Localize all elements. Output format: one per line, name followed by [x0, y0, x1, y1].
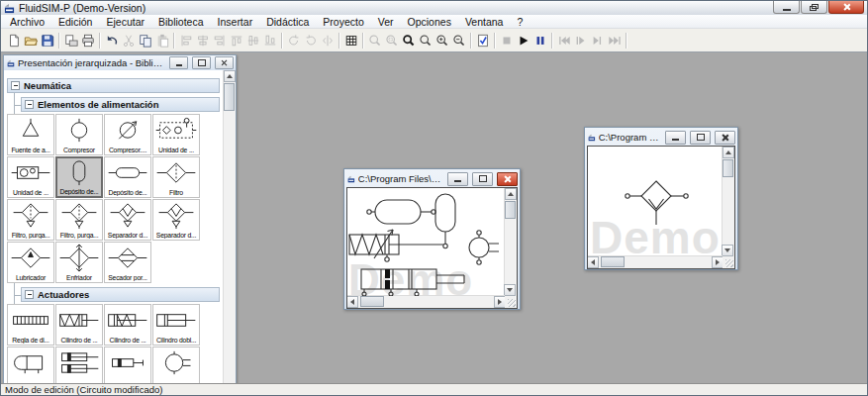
- circuit1-minimize-button[interactable]: [447, 172, 468, 186]
- next-topic-button[interactable]: [606, 31, 623, 50]
- zoom-previous-button[interactable]: [366, 31, 383, 50]
- circuit2-canvas[interactable]: Demo: [587, 146, 735, 269]
- align-bottom-button[interactable]: [261, 31, 278, 50]
- component-fuente-de-a[interactable]: Fuente de a...: [7, 114, 54, 155]
- section-actuadores[interactable]: Actuadores: [21, 287, 220, 302]
- component-compresor[interactable]: Compresor: [55, 114, 103, 155]
- collapse-icon[interactable]: [25, 100, 34, 109]
- circuit1-titlebar[interactable]: C:\Program Files\Didacti...: [346, 171, 518, 187]
- align-center-button[interactable]: [194, 31, 211, 50]
- circuit2-hscrollbar[interactable]: [588, 255, 723, 268]
- menu-archivo[interactable]: Archivo: [3, 16, 51, 28]
- pause-button[interactable]: [531, 31, 548, 50]
- zoom-rect-button[interactable]: [383, 31, 400, 50]
- menu-insertar[interactable]: Insertar: [211, 16, 260, 28]
- align-right-button[interactable]: [211, 31, 228, 50]
- menu-help[interactable]: ?: [510, 16, 530, 28]
- component-motor-neumatico[interactable]: [152, 346, 200, 384]
- circuit2-minimize-button[interactable]: [665, 131, 686, 145]
- component-cilindro-de[interactable]: Cilindro de ...: [55, 304, 103, 346]
- save-button[interactable]: [39, 31, 55, 50]
- circuit1-vscrollbar[interactable]: [504, 188, 517, 296]
- component-compresor[interactable]: Compresor....: [104, 114, 151, 155]
- play-button[interactable]: [515, 31, 531, 50]
- grid-button[interactable]: [342, 31, 359, 50]
- library-titlebar[interactable]: Presentación jerarquizada - Biblioteca d…: [4, 55, 236, 70]
- scroll-down-button[interactable]: [504, 284, 516, 296]
- scroll-left-button[interactable]: [346, 296, 358, 308]
- align-top-button[interactable]: [228, 31, 244, 50]
- circuit1-maximize-button[interactable]: [472, 172, 493, 186]
- menu-biblioteca[interactable]: Biblioteca: [151, 16, 211, 28]
- new-button[interactable]: [5, 31, 22, 50]
- library-close-button[interactable]: [215, 56, 234, 69]
- scrollbar-thumb[interactable]: [505, 201, 516, 219]
- component-filtro-purga[interactable]: Filtro, purga...: [7, 199, 54, 241]
- cut-button[interactable]: [120, 31, 137, 50]
- circuit2-close-button[interactable]: [715, 131, 735, 145]
- copy-button[interactable]: [137, 31, 153, 50]
- align-left-button[interactable]: [177, 31, 194, 50]
- collapse-icon[interactable]: [11, 81, 20, 90]
- resize-grip[interactable]: [723, 256, 734, 268]
- component-cilindro-membrana[interactable]: [7, 346, 54, 384]
- circuit1-close-button[interactable]: [497, 172, 518, 186]
- menu-did-ctica[interactable]: Didáctica: [259, 16, 316, 28]
- single-step-button[interactable]: [572, 31, 589, 50]
- scroll-up-button[interactable]: [505, 188, 517, 200]
- check-circuit-button[interactable]: [474, 31, 491, 50]
- menu-ver[interactable]: Ver: [371, 16, 401, 28]
- paste-button[interactable]: [153, 31, 170, 50]
- component-enfriador[interactable]: Enfriador: [55, 242, 103, 283]
- circuit2-maximize-button[interactable]: [690, 131, 711, 145]
- reset-button[interactable]: [555, 31, 572, 50]
- section-elementos-de-alimentaci-n[interactable]: Elementos de alimentación: [21, 97, 220, 112]
- close-button[interactable]: [828, 1, 864, 14]
- zoom-out-button[interactable]: [450, 31, 467, 50]
- zoom-detail-button[interactable]: [417, 31, 434, 50]
- circuit2-titlebar[interactable]: C:\Program Files\...: [587, 130, 735, 146]
- minimize-button[interactable]: [773, 1, 800, 14]
- simulate-until-button[interactable]: [589, 31, 606, 50]
- open-button[interactable]: [22, 31, 39, 50]
- component-filtro[interactable]: Filtro: [152, 156, 200, 198]
- rotate-left-button[interactable]: [285, 31, 302, 50]
- component-lubricador[interactable]: Lubricador: [7, 242, 54, 283]
- print-button[interactable]: [79, 31, 96, 50]
- resize-grip[interactable]: [505, 296, 517, 308]
- component-dep-sito-de[interactable]: Depósito de...: [55, 156, 103, 198]
- circuit-window-2[interactable]: C:\Program Files\... Demo: [584, 127, 738, 270]
- component-secador-por[interactable]: Secador por...: [104, 242, 151, 283]
- circuit2-vscrollbar[interactable]: [722, 147, 734, 256]
- component-filtro-purga[interactable]: Filtro, purga...: [55, 199, 103, 241]
- menu-proyecto[interactable]: Proyecto: [316, 16, 370, 28]
- scrollbar-thumb[interactable]: [723, 159, 733, 177]
- stop-button[interactable]: [498, 31, 515, 50]
- undo-button[interactable]: [103, 31, 120, 50]
- scroll-up-button[interactable]: [224, 70, 236, 82]
- scroll-down-button[interactable]: [722, 245, 733, 256]
- component-unidad-de[interactable]: Unidad de ...: [7, 156, 54, 198]
- component-regla-de-di[interactable]: Regla de di...: [7, 304, 54, 346]
- zoom-in-button[interactable]: [434, 31, 450, 50]
- scrollbar-thumb[interactable]: [224, 83, 235, 111]
- component-cilindro-tandem[interactable]: [55, 346, 103, 384]
- menu-edici-n[interactable]: Edición: [51, 16, 99, 28]
- component-separador-d[interactable]: Separador d...: [152, 199, 200, 241]
- component-unidad-de[interactable]: Unidad de ...: [152, 114, 200, 155]
- component-separador-d[interactable]: Separador d...: [104, 199, 151, 241]
- scrollbar-thumb[interactable]: [360, 296, 384, 307]
- circuit-window-1[interactable]: C:\Program Files\Didacti... Demo: [343, 168, 521, 310]
- menu-ventana[interactable]: Ventana: [458, 16, 511, 28]
- rotate-right-button[interactable]: [302, 31, 319, 50]
- restore-button[interactable]: [801, 1, 827, 14]
- circuit1-hscrollbar[interactable]: [347, 295, 505, 308]
- library-maximize-button[interactable]: [192, 56, 211, 69]
- scrollbar-thumb[interactable]: [601, 256, 625, 267]
- library-scrollbar[interactable]: [223, 70, 236, 384]
- section-neumatica[interactable]: Neumática: [7, 78, 220, 93]
- component-dep-sito-de[interactable]: Depósito de...: [104, 156, 151, 198]
- menu-opciones[interactable]: Opciones: [401, 16, 458, 28]
- component-cilindro-corto[interactable]: [104, 346, 151, 384]
- menu-ejecutar[interactable]: Ejecutar: [99, 16, 151, 28]
